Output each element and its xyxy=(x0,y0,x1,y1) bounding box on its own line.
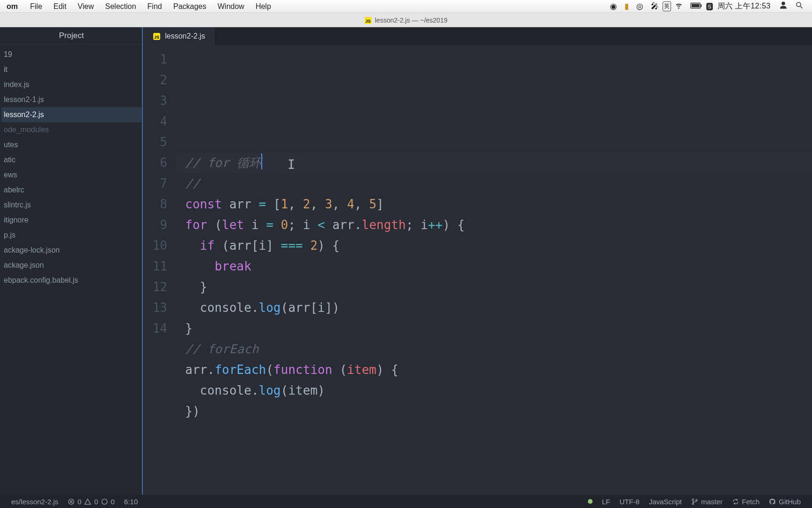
code-line[interactable]: // xyxy=(185,173,812,194)
code-line[interactable]: break xyxy=(185,256,812,277)
status-dirty xyxy=(583,499,597,504)
code-line[interactable]: }) xyxy=(185,401,812,421)
tab-label: lesson2-2.js xyxy=(165,32,205,40)
svg-rect-1 xyxy=(701,4,702,7)
ibeam-icon: I xyxy=(288,154,295,175)
tab-bar: JS lesson2-2.js xyxy=(143,27,812,45)
editor-pane: JS lesson2-2.js 1234567891011121314 I //… xyxy=(143,27,812,495)
code-line[interactable]: arr.forEach(function (item) { xyxy=(185,359,812,380)
tree-file[interactable]: index.js xyxy=(0,77,143,92)
tree-file[interactable]: ackage-lock.json xyxy=(0,243,143,258)
menu-edit[interactable]: Edit xyxy=(48,2,72,11)
window-titlebar: JS lesson2-2.js — ~/es2019 xyxy=(0,13,812,27)
menu-file[interactable]: File xyxy=(24,2,48,11)
menu-help[interactable]: Help xyxy=(250,2,277,11)
tree-file[interactable]: p.js xyxy=(0,228,143,243)
active-line-highlight xyxy=(176,152,812,173)
code-line[interactable]: } xyxy=(185,318,812,339)
status-eol[interactable]: LF xyxy=(597,498,615,506)
ime-icon[interactable]: 英 xyxy=(663,1,671,11)
info-icon xyxy=(101,498,108,505)
code-line[interactable]: for (let i = 0; i < arr.length; i++) { xyxy=(185,214,812,235)
project-sidebar: Project 19 it index.jslesson2-1.jslesson… xyxy=(0,27,143,495)
code-line[interactable]: // forEach xyxy=(185,339,812,359)
svg-point-9 xyxy=(692,499,694,500)
record-icon[interactable]: ◉ xyxy=(606,1,621,11)
menu-packages[interactable]: Packages xyxy=(168,2,212,11)
user-icon[interactable] xyxy=(775,1,791,12)
wifi-icon[interactable] xyxy=(671,1,687,12)
menuextra-icon[interactable]: S xyxy=(706,3,712,10)
tree-file[interactable]: ode_modules xyxy=(0,122,143,137)
svg-point-10 xyxy=(692,503,694,504)
code-line[interactable]: const arr = [1, 2, 3, 4, 5] xyxy=(185,194,812,214)
warning-icon xyxy=(84,498,91,505)
menu-view[interactable]: View xyxy=(72,2,99,11)
svg-point-11 xyxy=(696,499,697,500)
error-icon xyxy=(68,498,75,505)
tree-file[interactable]: ebpack.config.babel.js xyxy=(0,273,143,288)
status-cursor[interactable]: 6:10 xyxy=(119,498,142,506)
search-icon[interactable] xyxy=(791,1,807,12)
status-github[interactable]: GitHub xyxy=(764,498,805,506)
line-gutter: 1234567891011121314 xyxy=(143,45,176,495)
svg-rect-2 xyxy=(692,4,700,7)
code-line[interactable]: console.log(item) xyxy=(185,380,812,401)
js-file-icon: JS xyxy=(153,33,160,40)
app-name[interactable]: om xyxy=(0,2,24,11)
battery-icon[interactable] xyxy=(687,2,706,11)
svg-point-3 xyxy=(796,2,801,7)
code-area[interactable]: 1234567891011121314 I // for 循环//const a… xyxy=(143,45,812,495)
code-text[interactable]: I // for 循环//const arr = [1, 2, 3, 4, 5]… xyxy=(176,45,812,495)
macos-menubar: om File Edit View Selection Find Package… xyxy=(0,0,812,13)
sync-icon xyxy=(732,498,739,505)
circle-icon[interactable]: ◎ xyxy=(632,1,647,11)
tab-lesson2-2[interactable]: JS lesson2-2.js xyxy=(143,27,216,45)
tree-file[interactable]: slintrc.js xyxy=(0,198,143,213)
svg-point-8 xyxy=(102,499,107,504)
shield-icon[interactable]: ▮ xyxy=(621,1,632,11)
status-branch[interactable]: master xyxy=(687,498,727,506)
file-tree[interactable]: 19 it index.jslesson2-1.jslesson2-2.jsod… xyxy=(0,44,143,495)
status-language[interactable]: JavaScript xyxy=(644,498,687,506)
code-line[interactable]: console.log(arr[i]) xyxy=(185,297,812,318)
tree-file[interactable]: ews xyxy=(0,167,143,183)
tree-file[interactable]: ackage.json xyxy=(0,258,143,273)
code-line[interactable] xyxy=(185,421,812,442)
tree-file[interactable]: utes xyxy=(0,137,143,152)
window-title: lesson2-2.js — ~/es2019 xyxy=(375,16,447,24)
status-encoding[interactable]: UTF-8 xyxy=(615,498,644,506)
tree-file[interactable]: atic xyxy=(0,152,143,167)
status-bar: es/lesson2-2.js 0 0 0 6:10 LF UTF-8 Java… xyxy=(0,495,812,508)
tree-file[interactable]: lesson2-1.js xyxy=(0,92,143,107)
git-branch-icon xyxy=(691,498,698,505)
js-file-icon: JS xyxy=(365,17,372,24)
menubar-clock[interactable]: 周六 上午12:53 xyxy=(713,1,775,11)
tree-folder[interactable]: it xyxy=(0,62,143,77)
status-diagnostics[interactable]: 0 0 0 xyxy=(63,498,119,506)
code-line[interactable]: if (arr[i] === 2) { xyxy=(185,235,812,256)
svg-line-4 xyxy=(800,6,803,8)
tree-file[interactable]: lesson2-2.js xyxy=(1,107,141,122)
menu-find[interactable]: Find xyxy=(142,2,168,11)
menu-window[interactable]: Window xyxy=(212,2,250,11)
github-icon xyxy=(769,498,776,505)
unsaved-dot-icon xyxy=(588,499,593,504)
text-cursor xyxy=(261,153,262,169)
status-fetch[interactable]: Fetch xyxy=(727,498,765,506)
menu-selection[interactable]: Selection xyxy=(100,2,142,11)
microphone-icon[interactable]: 🎤︎ xyxy=(647,2,663,11)
sidebar-title: Project xyxy=(0,27,143,44)
tree-root[interactable]: 19 xyxy=(0,47,143,62)
code-line[interactable]: } xyxy=(185,277,812,297)
status-path[interactable]: es/lesson2-2.js xyxy=(7,498,63,506)
tree-file[interactable]: itignore xyxy=(0,213,143,228)
tree-file[interactable]: abelrc xyxy=(0,183,143,198)
